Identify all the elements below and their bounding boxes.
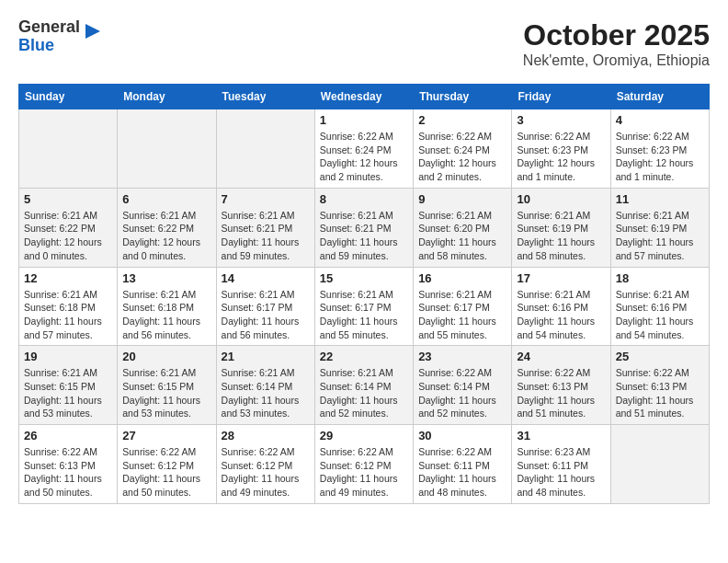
day-info: Sunrise: 6:21 AMSunset: 6:20 PMDaylight:… <box>418 209 506 263</box>
day-info: Sunrise: 6:22 AMSunset: 6:12 PMDaylight:… <box>122 445 210 500</box>
calendar-week-row: 5Sunrise: 6:21 AMSunset: 6:22 PMDaylight… <box>19 188 710 267</box>
day-info: Sunrise: 6:22 AMSunset: 6:13 PMDaylight:… <box>616 366 704 420</box>
logo-text: General Blue <box>18 18 80 55</box>
day-number: 12 <box>24 271 112 285</box>
day-number: 24 <box>517 350 605 363</box>
calendar-cell: 30Sunrise: 6:22 AMSunset: 6:11 PMDayligh… <box>414 425 512 504</box>
calendar-cell: 17Sunrise: 6:21 AMSunset: 6:16 PMDayligh… <box>512 267 610 346</box>
calendar-week-row: 1Sunrise: 6:22 AMSunset: 6:24 PMDaylight… <box>19 109 710 189</box>
day-number: 29 <box>320 429 408 442</box>
day-number: 17 <box>517 271 605 285</box>
day-number: 15 <box>320 271 408 285</box>
calendar-cell <box>216 109 314 189</box>
calendar-cell: 20Sunrise: 6:21 AMSunset: 6:15 PMDayligh… <box>118 346 216 425</box>
day-info: Sunrise: 6:21 AMSunset: 6:19 PMDaylight:… <box>517 209 605 263</box>
calendar-cell: 4Sunrise: 6:22 AMSunset: 6:23 PMDaylight… <box>610 109 709 189</box>
day-info: Sunrise: 6:21 AMSunset: 6:16 PMDaylight:… <box>517 288 605 342</box>
calendar-cell: 14Sunrise: 6:21 AMSunset: 6:17 PMDayligh… <box>216 267 314 346</box>
calendar-cell: 15Sunrise: 6:21 AMSunset: 6:17 PMDayligh… <box>314 267 413 346</box>
day-number: 22 <box>320 350 408 363</box>
day-info: Sunrise: 6:22 AMSunset: 6:24 PMDaylight:… <box>320 130 408 184</box>
calendar-cell: 29Sunrise: 6:22 AMSunset: 6:12 PMDayligh… <box>314 425 413 504</box>
logo: General Blue <box>18 18 100 55</box>
day-info: Sunrise: 6:22 AMSunset: 6:23 PMDaylight:… <box>517 130 605 184</box>
day-number: 16 <box>418 271 506 285</box>
calendar-cell: 3Sunrise: 6:22 AMSunset: 6:23 PMDaylight… <box>512 109 610 189</box>
logo-blue: Blue <box>18 37 80 55</box>
calendar-cell: 5Sunrise: 6:21 AMSunset: 6:22 PMDaylight… <box>19 188 118 267</box>
calendar-cell: 31Sunrise: 6:23 AMSunset: 6:11 PMDayligh… <box>512 425 610 504</box>
day-of-week-header: Saturday <box>610 85 709 109</box>
calendar-cell: 22Sunrise: 6:21 AMSunset: 6:14 PMDayligh… <box>314 346 413 425</box>
day-of-week-header: Wednesday <box>314 85 413 109</box>
day-number: 26 <box>24 429 112 442</box>
day-number: 8 <box>320 192 408 206</box>
day-number: 6 <box>122 192 210 206</box>
day-info: Sunrise: 6:22 AMSunset: 6:13 PMDaylight:… <box>517 366 605 420</box>
calendar-cell: 8Sunrise: 6:21 AMSunset: 6:21 PMDaylight… <box>314 188 413 267</box>
day-of-week-header: Sunday <box>19 85 118 109</box>
day-info: Sunrise: 6:22 AMSunset: 6:11 PMDaylight:… <box>418 445 506 500</box>
calendar-cell: 9Sunrise: 6:21 AMSunset: 6:20 PMDaylight… <box>414 188 512 267</box>
day-number: 21 <box>222 350 310 363</box>
day-info: Sunrise: 6:21 AMSunset: 6:21 PMDaylight:… <box>320 209 408 263</box>
day-info: Sunrise: 6:22 AMSunset: 6:14 PMDaylight:… <box>418 366 506 420</box>
calendar-cell <box>118 109 216 189</box>
day-number: 23 <box>418 350 506 363</box>
day-info: Sunrise: 6:23 AMSunset: 6:11 PMDaylight:… <box>517 445 605 500</box>
day-number: 13 <box>122 271 210 285</box>
calendar-subtitle: Nek'emte, Oromiya, Ethiopia <box>523 52 710 69</box>
svg-marker-0 <box>85 24 100 39</box>
day-number: 30 <box>418 429 506 442</box>
calendar-cell: 28Sunrise: 6:22 AMSunset: 6:12 PMDayligh… <box>216 425 314 504</box>
day-info: Sunrise: 6:21 AMSunset: 6:17 PMDaylight:… <box>418 288 506 342</box>
day-number: 27 <box>122 429 210 442</box>
day-number: 31 <box>517 429 605 442</box>
day-of-week-header: Tuesday <box>216 85 314 109</box>
calendar-cell: 11Sunrise: 6:21 AMSunset: 6:19 PMDayligh… <box>610 188 709 267</box>
day-info: Sunrise: 6:21 AMSunset: 6:22 PMDaylight:… <box>122 209 210 263</box>
calendar-week-row: 12Sunrise: 6:21 AMSunset: 6:18 PMDayligh… <box>19 267 710 346</box>
day-info: Sunrise: 6:21 AMSunset: 6:14 PMDaylight:… <box>222 366 310 420</box>
day-info: Sunrise: 6:21 AMSunset: 6:21 PMDaylight:… <box>222 209 310 263</box>
day-info: Sunrise: 6:21 AMSunset: 6:19 PMDaylight:… <box>616 209 704 263</box>
day-number: 19 <box>24 350 112 363</box>
day-number: 2 <box>418 113 506 127</box>
day-info: Sunrise: 6:21 AMSunset: 6:18 PMDaylight:… <box>24 288 112 342</box>
day-number: 4 <box>616 113 704 127</box>
day-number: 1 <box>320 113 408 127</box>
calendar-week-row: 19Sunrise: 6:21 AMSunset: 6:15 PMDayligh… <box>19 346 710 425</box>
page-header: General Blue October 2025 Nek'emte, Orom… <box>18 18 710 69</box>
calendar-cell: 21Sunrise: 6:21 AMSunset: 6:14 PMDayligh… <box>216 346 314 425</box>
day-info: Sunrise: 6:22 AMSunset: 6:23 PMDaylight:… <box>616 130 704 184</box>
day-of-week-header: Monday <box>118 85 216 109</box>
calendar-week-row: 26Sunrise: 6:22 AMSunset: 6:13 PMDayligh… <box>19 425 710 504</box>
day-info: Sunrise: 6:22 AMSunset: 6:12 PMDaylight:… <box>222 445 310 500</box>
day-number: 7 <box>222 192 310 206</box>
day-info: Sunrise: 6:22 AMSunset: 6:12 PMDaylight:… <box>320 445 408 500</box>
calendar-cell: 23Sunrise: 6:22 AMSunset: 6:14 PMDayligh… <box>414 346 512 425</box>
calendar-cell: 26Sunrise: 6:22 AMSunset: 6:13 PMDayligh… <box>19 425 118 504</box>
day-info: Sunrise: 6:21 AMSunset: 6:22 PMDaylight:… <box>24 209 112 263</box>
calendar-cell: 16Sunrise: 6:21 AMSunset: 6:17 PMDayligh… <box>414 267 512 346</box>
calendar-cell: 19Sunrise: 6:21 AMSunset: 6:15 PMDayligh… <box>19 346 118 425</box>
calendar-cell <box>19 109 118 189</box>
calendar-cell: 27Sunrise: 6:22 AMSunset: 6:12 PMDayligh… <box>118 425 216 504</box>
day-number: 25 <box>616 350 704 363</box>
day-number: 11 <box>616 192 704 206</box>
calendar-cell: 10Sunrise: 6:21 AMSunset: 6:19 PMDayligh… <box>512 188 610 267</box>
day-info: Sunrise: 6:22 AMSunset: 6:24 PMDaylight:… <box>418 130 506 184</box>
logo-icon <box>82 24 100 46</box>
day-number: 3 <box>517 113 605 127</box>
day-info: Sunrise: 6:21 AMSunset: 6:15 PMDaylight:… <box>122 366 210 420</box>
calendar-cell: 25Sunrise: 6:22 AMSunset: 6:13 PMDayligh… <box>610 346 709 425</box>
day-number: 10 <box>517 192 605 206</box>
day-number: 28 <box>222 429 310 442</box>
day-number: 5 <box>24 192 112 206</box>
day-number: 20 <box>122 350 210 363</box>
day-number: 14 <box>222 271 310 285</box>
logo-general: General <box>18 18 80 37</box>
calendar-cell <box>610 425 709 504</box>
day-of-week-header: Friday <box>512 85 610 109</box>
calendar-cell: 18Sunrise: 6:21 AMSunset: 6:16 PMDayligh… <box>610 267 709 346</box>
